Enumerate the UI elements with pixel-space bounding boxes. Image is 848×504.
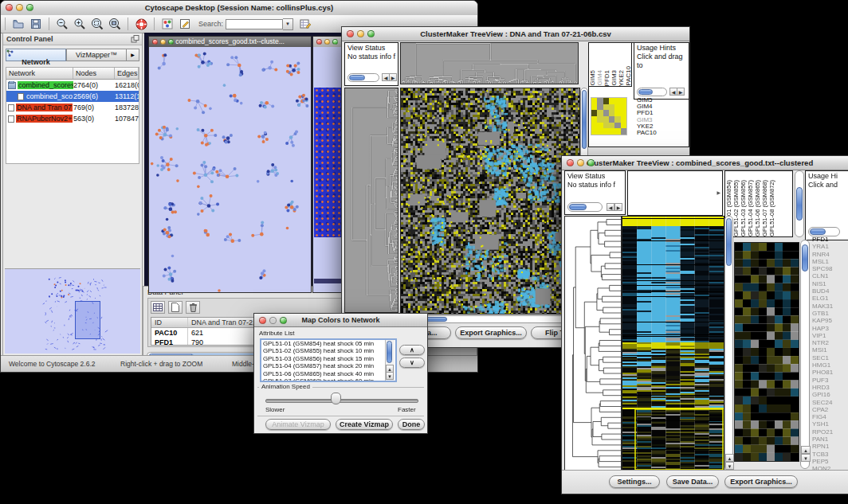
network-row[interactable]: combined_scores_ 2764(0) 16218(0) [6, 80, 139, 91]
expand-arrow-icon[interactable]: ▶ [716, 189, 720, 197]
attribute-item[interactable]: GPL51-07 (GSM868) heat shock 60 min [263, 377, 395, 382]
scroll-down-button[interactable]: ▼ [801, 454, 811, 462]
search-dropdown-button[interactable]: ▼ [283, 18, 293, 30]
move-down-button[interactable]: ∨ [399, 357, 425, 368]
close-button[interactable] [152, 39, 158, 45]
minimize-button[interactable] [160, 39, 166, 45]
close-button[interactable] [259, 317, 266, 324]
gene-label[interactable]: MAK31 [812, 303, 833, 310]
scroll-right-button[interactable]: ▶ [389, 73, 397, 81]
zoom-button[interactable] [168, 39, 174, 45]
help-lifering-icon[interactable] [134, 17, 148, 31]
attribute-item[interactable]: GPL51-02 (GSM855) heat shock 10 min [263, 347, 395, 354]
scroll-right-button[interactable]: ▶ [677, 88, 685, 96]
new-attribute-icon[interactable] [168, 301, 183, 314]
row-dendrogram[interactable] [344, 88, 398, 313]
close-button[interactable] [567, 159, 574, 166]
minimize-button[interactable] [357, 30, 364, 37]
heatmap-hscrollbar[interactable] [400, 315, 587, 323]
gene-label[interactable]: TCB3 [812, 451, 833, 458]
minimize-button[interactable] [577, 159, 584, 166]
tab-overflow-button[interactable]: ▶ [127, 49, 139, 61]
attribute-item[interactable]: GPL51-01 (GSM854) heat shock 05 min [263, 340, 395, 347]
gene-label[interactable]: SEC24 [812, 399, 833, 406]
dialog-titlebar[interactable]: Map Colors to Network [254, 314, 427, 327]
gene-label[interactable]: YRA1 [812, 243, 833, 250]
save-data-button[interactable]: Save Data... [666, 475, 719, 488]
gene-label[interactable]: GTB1 [812, 310, 833, 317]
scroll-down-button[interactable]: ▼ [725, 462, 734, 470]
export-graphics-button[interactable]: Export Graphics... [455, 326, 527, 339]
gene-label[interactable]: FIG4 [812, 413, 833, 420]
scroll-left-button[interactable]: ◀ [607, 203, 614, 211]
attribute-list-scrollbar[interactable]: ▲ ▼ [385, 340, 395, 381]
network-row[interactable]: RNAPuberNov2+ 563(0) 107847(0) [6, 113, 139, 124]
gene-label[interactable]: ELG1 [812, 295, 833, 302]
gene-label[interactable]: KAP95 [812, 317, 833, 324]
close-button[interactable] [347, 30, 354, 37]
hints-scrollbar[interactable] [637, 88, 667, 96]
gene-label[interactable]: PUF3 [812, 377, 833, 384]
animation-speed-slider[interactable] [265, 399, 418, 403]
network-row[interactable]: combined_sco 2569(6) 13112(15) [6, 91, 139, 102]
gene-label[interactable]: PHO81 [812, 369, 833, 376]
main-titlebar[interactable]: Cytoscape Desktop (Session Name: collins… [1, 1, 477, 16]
gene-label[interactable]: RPN1 [812, 443, 833, 450]
network-table-header[interactable]: Network Nodes Edges [6, 68, 139, 80]
minimize-button[interactable] [16, 4, 23, 11]
zoom-out-icon[interactable] [55, 17, 69, 31]
gene-label[interactable]: HRD3 [812, 384, 833, 391]
scroll-down-button[interactable]: ▼ [386, 372, 394, 380]
gene-label[interactable]: NTR2 [812, 339, 833, 346]
export-graphics-button[interactable]: Export Graphics... [724, 475, 798, 488]
move-up-button[interactable]: ∧ [399, 345, 425, 355]
gene-label[interactable]: GPI16 [812, 391, 833, 398]
delete-attribute-icon[interactable] [186, 301, 200, 314]
vizmap-colors-icon[interactable] [160, 17, 175, 31]
annotation-icon[interactable] [178, 17, 192, 31]
done-button[interactable]: Done [398, 419, 425, 430]
column-dendrogram[interactable] [400, 42, 579, 84]
zoom-button[interactable] [26, 4, 33, 11]
gene-label[interactable]: CPA2 [812, 406, 833, 413]
zoom-button[interactable] [280, 317, 287, 324]
similarity-matrix[interactable] [591, 97, 627, 135]
status-scrollbar[interactable] [567, 202, 603, 212]
labels-vscrollbar[interactable] [795, 170, 804, 237]
gene-label[interactable]: RNR4 [812, 251, 833, 258]
treeview1-titlebar[interactable]: ClusterMaker TreeView : DNA and Tran 07-… [342, 27, 689, 41]
gene-label[interactable]: CLN1 [812, 272, 833, 279]
create-vizmap-button[interactable]: Create Vizmap [336, 419, 393, 430]
birdseye-viewport-rect[interactable] [75, 301, 100, 339]
gene-label[interactable]: PAN1 [812, 436, 833, 443]
zoom-button[interactable] [367, 30, 375, 37]
slider-thumb[interactable] [331, 393, 341, 404]
gene-label[interactable]: PFD1 [812, 236, 833, 243]
open-folder-icon[interactable] [11, 17, 26, 31]
gene-label[interactable]: PEP5 [812, 458, 833, 465]
zoom-heatmap[interactable] [734, 242, 799, 462]
close-button[interactable] [6, 4, 13, 11]
table-mode-icon[interactable] [151, 301, 165, 314]
gene-label[interactable]: MSI1 [812, 346, 833, 354]
status-scrollbar[interactable] [347, 73, 379, 82]
scroll-up-button[interactable]: ▲ [801, 446, 811, 454]
id-column-header[interactable]: ID [151, 318, 188, 327]
network-frame-titlebar[interactable]: combined_scores_good.txt--cluste... [149, 37, 311, 47]
search-input[interactable] [226, 19, 283, 29]
zoom-fit-icon[interactable] [108, 17, 122, 31]
attribute-item[interactable]: GPL51-04 (GSM857) heat shock 20 min [263, 362, 395, 369]
float-panel-icon[interactable] [131, 35, 139, 43]
save-icon[interactable] [29, 17, 43, 31]
attribute-item[interactable]: GPL51-06 (GSM865) heat shock 40 min [263, 370, 395, 377]
treeview2-titlebar[interactable]: ClusterMaker TreeView : combined_scores_… [562, 156, 848, 170]
tab-vizmapper[interactable]: VizMapper™ [66, 49, 127, 61]
heatmap[interactable] [400, 88, 580, 315]
zoom-selected-icon[interactable] [90, 17, 104, 31]
network-graph-canvas[interactable] [149, 47, 311, 292]
zoom-button[interactable] [332, 39, 338, 45]
zoom-vscrollbar[interactable]: ▲ ▼ [800, 240, 810, 469]
gene-label[interactable]: MSL1 [812, 258, 833, 265]
birdseye-overview[interactable] [5, 268, 140, 354]
gene-label[interactable]: SPC98 [812, 265, 833, 272]
